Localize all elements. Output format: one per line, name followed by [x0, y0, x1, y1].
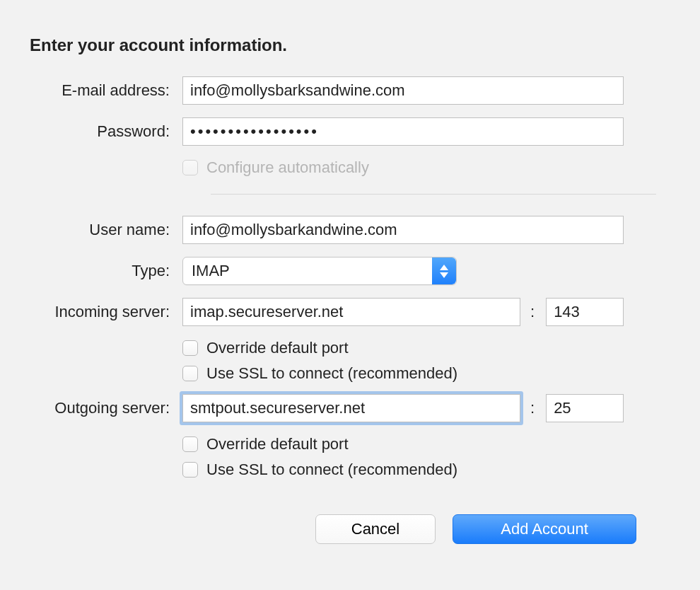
type-label: Type: — [28, 262, 182, 280]
incoming-use-ssl-label: Use SSL to connect (recommended) — [206, 364, 457, 383]
username-label: User name: — [28, 221, 182, 239]
configure-auto-checkbox — [182, 160, 198, 175]
email-field[interactable] — [182, 76, 624, 105]
outgoing-server-field[interactable] — [182, 394, 520, 422]
incoming-use-ssl-checkbox[interactable] — [182, 366, 198, 381]
outgoing-override-port-checkbox[interactable] — [182, 436, 198, 452]
port-separator: : — [520, 303, 546, 321]
username-field[interactable] — [182, 216, 624, 244]
add-account-button[interactable]: Add Account — [453, 514, 636, 544]
svg-marker-0 — [440, 265, 448, 270]
email-label: E-mail address: — [28, 81, 182, 100]
outgoing-label: Outgoing server: — [28, 399, 182, 417]
port-separator: : — [520, 399, 546, 417]
incoming-port-field[interactable] — [546, 298, 624, 326]
svg-marker-1 — [440, 272, 448, 278]
incoming-label: Incoming server: — [28, 303, 182, 321]
page-title: Enter your account information. — [30, 35, 672, 55]
incoming-override-port-label: Override default port — [206, 339, 349, 357]
type-value: IMAP — [192, 262, 230, 280]
password-field[interactable] — [182, 117, 624, 146]
outgoing-use-ssl-label: Use SSL to connect (recommended) — [206, 461, 457, 479]
outgoing-use-ssl-checkbox[interactable] — [182, 462, 198, 478]
password-label: Password: — [28, 122, 182, 141]
outgoing-port-field[interactable] — [546, 394, 624, 422]
type-select[interactable]: IMAP — [182, 257, 457, 285]
cancel-button[interactable]: Cancel — [315, 514, 436, 544]
outgoing-override-port-label: Override default port — [206, 435, 349, 453]
chevron-updown-icon — [432, 258, 456, 284]
configure-auto-label: Configure automatically — [206, 158, 369, 177]
incoming-override-port-checkbox[interactable] — [182, 340, 198, 356]
divider — [211, 194, 656, 195]
incoming-server-field[interactable] — [182, 298, 520, 326]
